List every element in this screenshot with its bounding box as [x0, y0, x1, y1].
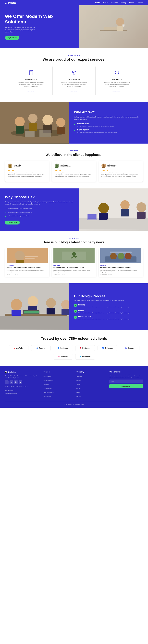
hero-left: We Offer Modern Web Solutions We work in… [0, 6, 79, 48]
newsletter-subscribe-button[interactable]: Subscribe Now [109, 384, 143, 388]
svg-rect-40 [121, 209, 129, 216]
blog-category-0: BUSINESS [7, 265, 48, 266]
trusted-heading: Trusted by over 786+ esteemed clients [5, 336, 143, 341]
svg-point-16 [15, 117, 25, 126]
footer-services-col: Services Web Design Digital Marketing Br… [44, 371, 71, 398]
process-item-2: 3 Finalize Product Etiam facilisis, null… [74, 316, 143, 320]
svg-rect-24 [25, 130, 35, 137]
footer-company-0[interactable]: About Us [77, 376, 82, 378]
nav-home[interactable]: Home [95, 2, 100, 4]
svg-point-27 [9, 164, 11, 166]
footer-service-2[interactable]: Branding [44, 384, 49, 385]
services-section: WHAT WE DO We are proud of our expert se… [0, 48, 148, 102]
blog-comments-0: 💬 19 [15, 274, 18, 275]
blog-date-2: 12 Nov 2021 [100, 274, 107, 275]
who-agency-desc: We believe in innovation by integrating … [77, 131, 117, 133]
svg-rect-3 [104, 27, 117, 30]
dribbble-icon: ⊕ [58, 356, 59, 358]
svg-point-1 [6, 2, 7, 3]
testimonial-card-0: Luna John UI Designer ★★★★★ Duis ultrice… [5, 161, 49, 182]
why-item-text-1: We deliver services beyond expectations. [8, 212, 32, 213]
process-item-0: 1 Planning Etiam facilisis, nulla out ul… [74, 304, 143, 308]
newsletter-desc: Sign up for our newsletter to learn late… [109, 374, 143, 378]
facebook-icon: f [58, 346, 59, 350]
testimonials-heading: We believe in the client's happiness. [5, 153, 143, 157]
footer-service-1[interactable]: Digital Marketing [44, 380, 53, 381]
why-section: Why Choose Us? With years of experience … [0, 188, 148, 231]
nav-services[interactable]: Services [111, 2, 118, 4]
hero-cta-button[interactable]: Explore Now [5, 36, 19, 40]
why-item-2: ✔ Let's hire us to reach your objectives… [5, 215, 74, 217]
svg-point-66 [11, 299, 22, 310]
footer-newsletter-col: Our Newsletter Sign up for our newslette… [109, 371, 143, 398]
footer-social-icons: f t in ▶ [5, 380, 39, 384]
footer-brand-desc: Etiam facilisis, nulla out ullamcorper d… [5, 375, 39, 379]
client-pinterest-name: Pinterest [82, 347, 90, 349]
stars-0: ★★★★★ [8, 170, 47, 171]
nav-links: Home News Services Pricing About Contact [95, 2, 143, 4]
who-heading: Who Are We? [74, 110, 143, 114]
who-content: Who Are We? We help people to build incr… [69, 102, 148, 144]
service-mobile-link[interactable]: Learn More → [27, 90, 35, 92]
service-seo-title: SEO Services [61, 78, 87, 80]
footer-company-5[interactable]: Contact [77, 396, 81, 397]
who-description: We help people to build incredible brand… [74, 116, 143, 120]
newsletter-email-input[interactable] [109, 380, 143, 383]
svg-point-41 [136, 202, 146, 212]
design-tag: OUR BLOG [74, 292, 143, 293]
footer-service-4[interactable]: Video Production [44, 392, 54, 393]
footer-company-3[interactable]: Careers [77, 388, 81, 389]
footer-service-5[interactable]: Photography [44, 396, 51, 397]
svg-point-70 [46, 298, 56, 308]
client-youtube-name: YouTube [16, 347, 23, 349]
service-card-mobile: Mobile Design Vestibulum bibendum, lorem… [15, 66, 47, 95]
clients-grid: ▶ YouTube G Google f facebook P Pinteres… [5, 345, 143, 360]
blog-image-2 [99, 248, 143, 263]
why-item-1: ✔ We deliver services beyond expectation… [5, 212, 74, 214]
svg-point-46 [15, 251, 25, 260]
social-youtube[interactable]: ▶ [19, 380, 22, 384]
blog-image-1 [52, 248, 96, 263]
testimonial-card-2: Luke Reeves Sales Manager ★★★★★ Duis ult… [99, 161, 143, 182]
footer-service-0[interactable]: Web Design [44, 376, 51, 378]
nav-news[interactable]: News [103, 2, 108, 4]
why-cta-button[interactable]: Connect Now [5, 220, 20, 224]
youtube-icon: ▶ [14, 347, 15, 349]
services-tag: WHAT WE DO [5, 54, 143, 56]
svg-point-33 [103, 164, 105, 166]
footer-company-4[interactable]: News [77, 392, 80, 393]
service-support-title: 24/7 Support [104, 78, 130, 80]
social-linkedin[interactable]: in [14, 380, 18, 384]
pinterest-icon: P [80, 347, 81, 349]
svg-point-22 [56, 118, 65, 127]
testimonial-name-1: Mark Smith [60, 164, 71, 166]
avatar-luna [8, 164, 12, 168]
social-twitter[interactable]: t [10, 380, 13, 384]
footer-company-2[interactable]: Team [77, 384, 80, 385]
process-desc-1: Etiam facilisis, nulla out ullamcorper d… [78, 312, 130, 314]
process-desc-0: Etiam facilisis, nulla out ullamcorper d… [78, 306, 130, 308]
svg-point-9 [31, 74, 31, 74]
svg-point-37 [98, 203, 109, 213]
client-dribbble: ⊕ dribbble [53, 354, 73, 360]
footer-company-1[interactable]: Portfolio [77, 380, 81, 381]
svg-rect-71 [47, 308, 55, 314]
hero-description: We work in a customized way by devising … [5, 26, 38, 33]
service-support-link[interactable]: Learn More → [112, 90, 121, 92]
why-item-text-0: Our solution procedure is super intellig… [8, 208, 32, 210]
avatar-luke [101, 164, 106, 168]
footer-service-3[interactable]: UI/UX Design [44, 388, 51, 389]
testimonial-role-1: Marketing Specialist [60, 166, 71, 167]
blog-category-1: INSPIRED [53, 265, 95, 266]
client-facebook: f facebook [53, 345, 73, 351]
who-brand-title: Versatile Brand [77, 123, 114, 125]
social-facebook[interactable]: f [5, 380, 9, 384]
nav-contact[interactable]: Contact [137, 2, 143, 4]
nav-about[interactable]: About [129, 2, 134, 4]
check-icon-0: ✔ [5, 208, 7, 210]
footer-services-title: Services [44, 371, 71, 373]
service-seo-link[interactable]: Learn More → [69, 90, 78, 92]
behance-icon: Bē [102, 347, 104, 349]
nav-pricing[interactable]: Pricing [121, 2, 126, 4]
svg-rect-10 [30, 71, 32, 72]
